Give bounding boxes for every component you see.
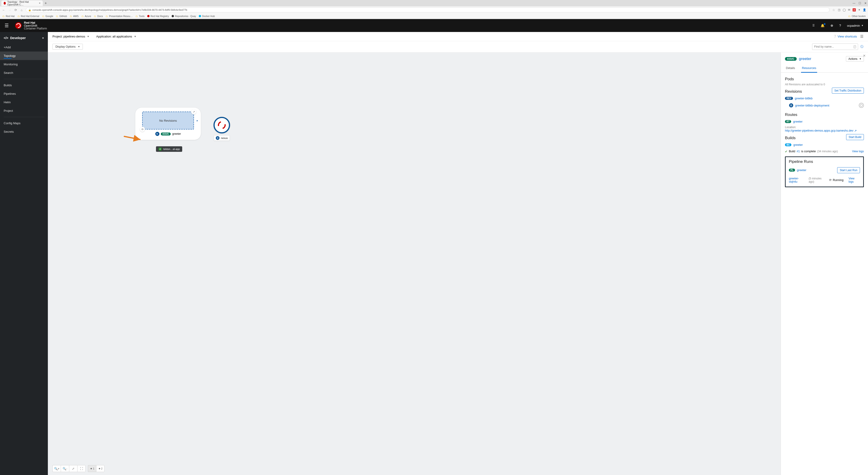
view-logs-link[interactable]: View logs (848, 177, 860, 183)
project-selector[interactable]: Project: pipelines-demos ▼ (53, 35, 89, 38)
nav-builds[interactable]: Builds (0, 81, 48, 90)
back-icon[interactable]: ← (2, 8, 5, 12)
set-traffic-button[interactable]: Set Traffic Distribution (832, 88, 864, 94)
route-url-link[interactable]: http://greeter-pipelines-demos.apps.gcp.… (785, 129, 857, 132)
close-window-icon[interactable]: ✕ (864, 2, 867, 5)
bookmark[interactable]: 🗀GitHub (56, 15, 67, 18)
close-tab-icon[interactable]: × (39, 2, 40, 5)
resource-title-link[interactable]: greeter (799, 57, 811, 61)
reload-icon[interactable]: ⟳ (14, 8, 18, 12)
layout-1-button[interactable]: ✦1 (88, 465, 96, 472)
forward-icon[interactable]: → (8, 8, 11, 12)
list-view-icon[interactable]: ☰ (860, 34, 863, 39)
buildconfig-badge-icon: BC (785, 143, 792, 146)
nav-project[interactable]: Project (0, 106, 48, 115)
tab-details[interactable]: Details (785, 64, 796, 72)
pod-ring-icon[interactable] (214, 117, 230, 133)
deployment-badge-icon: D (789, 103, 793, 107)
zoom-out-button[interactable]: 🔍- (61, 465, 69, 472)
nav-pipelines[interactable]: Pipelines (0, 90, 48, 98)
nav-monitoring[interactable]: Monitoring (0, 60, 48, 68)
perspective-switcher[interactable]: </> Developer ▼ (0, 33, 48, 43)
nav-configmaps[interactable]: Config Maps (0, 119, 48, 127)
connector-handle-icon[interactable]: ▸ (197, 119, 198, 122)
close-panel-icon[interactable]: ✕ (863, 54, 866, 58)
bookmark[interactable]: 🗀AWS (70, 15, 79, 18)
bookmark[interactable]: 🗀Red Hat (2, 15, 15, 18)
pipelinerun-link[interactable]: greeter-slqh4u (789, 177, 807, 183)
bookmark[interactable]: 🗀Red Hat External (18, 15, 39, 18)
ext-github-icon[interactable]: ◯ (843, 8, 846, 11)
redhat-logo-icon (15, 22, 22, 29)
ksvc-node-group[interactable]: No Revisions ↗ ⟳ ▸ K KSVC greeter (135, 108, 201, 140)
zoom-in-button[interactable]: 🔍+ (53, 465, 61, 472)
section-routes-title: Routes (785, 113, 864, 117)
revision-link[interactable]: greeter-bt6kb (795, 97, 812, 100)
hamburger-icon[interactable]: ☰ (5, 23, 9, 28)
ksvc-revisions-box[interactable]: No Revisions ↗ ⟳ ▸ (142, 112, 194, 129)
kind-badge: KSVC (785, 57, 797, 61)
build-number-link[interactable]: #1 (797, 150, 800, 153)
info-icon[interactable]: ⓘ (860, 44, 863, 49)
start-build-button[interactable]: Start Build (846, 134, 864, 140)
layout-2-button[interactable]: ✦2 (96, 465, 104, 472)
bookmark[interactable]: 🗀Azure (82, 15, 91, 18)
nav-helm[interactable]: Helm (0, 98, 48, 106)
nav-topology[interactable]: Topology (0, 52, 48, 60)
bookmark[interactable]: 🗀Tools (135, 15, 145, 18)
ext-icon[interactable]: ✉ (848, 8, 850, 11)
find-by-name-input[interactable]: / (812, 43, 858, 50)
avatar-icon[interactable]: 👤 (863, 8, 866, 11)
user-menu[interactable]: ocpadmin▼ (847, 24, 863, 27)
address-bar[interactable]: 🔒 console-openshift-console.apps.gcp.kam… (26, 7, 830, 12)
brand-line3: Container Platform (24, 27, 47, 30)
bookmark[interactable]: Docker Hub (199, 15, 215, 18)
bookmark[interactable]: 🗀Google (42, 15, 53, 18)
home-icon[interactable]: ⌂ (20, 8, 24, 12)
bookmark[interactable]: Repositories · Quay (172, 15, 196, 18)
other-bookmarks[interactable]: 🗀Other bookm (848, 15, 866, 18)
find-input-field[interactable] (814, 45, 852, 48)
slash-hint: / (854, 45, 856, 48)
sync-icon[interactable]: ⟳ (140, 127, 145, 132)
topology-canvas[interactable]: No Revisions ↗ ⟳ ▸ K KSVC greeter A tekt… (48, 53, 781, 475)
browser-tab[interactable]: Topology · Red Hat OpenShift C… × (1, 0, 43, 6)
view-shortcuts-link[interactable]: ❔ View shortcuts (833, 35, 857, 38)
start-last-run-button[interactable]: Start Last Run (837, 167, 860, 173)
maximize-icon[interactable]: ☐ (859, 2, 861, 5)
application-group-label[interactable]: A tekton…al-app (156, 146, 182, 152)
extensions-icon[interactable]: ✦ (858, 8, 860, 11)
app-launcher-icon[interactable]: ⠿ (812, 24, 815, 27)
minimize-icon[interactable]: — (852, 2, 855, 5)
open-url-icon[interactable]: ↗ (191, 109, 196, 114)
bookmark[interactable]: 🗀Docs (94, 15, 103, 18)
pipeline-link[interactable]: greeter (797, 168, 806, 172)
brand[interactable]: Red Hat OpenShift Container Platform (15, 21, 47, 30)
new-tab-button[interactable]: + (44, 1, 47, 5)
bell-icon[interactable]: 🔔 (820, 24, 825, 27)
nav-search[interactable]: Search (0, 68, 48, 77)
import-icon[interactable]: ⊕ (831, 24, 833, 27)
application-selector[interactable]: Application: all applications ▼ (96, 35, 136, 38)
pod-ring-icon[interactable] (859, 103, 864, 108)
deployment-link[interactable]: greeter-bt6kb-deployment (795, 104, 829, 107)
actions-dropdown[interactable]: Actions ▼ (846, 56, 864, 62)
view-logs-link[interactable]: View logs (852, 150, 864, 153)
reset-view-button[interactable]: ⛶ (77, 465, 86, 472)
tab-resources[interactable]: Resources (801, 64, 817, 73)
ext-red-icon[interactable]: A (852, 8, 856, 11)
bookmark[interactable]: 🗀Presentation Resou… (105, 15, 133, 18)
help-icon[interactable]: ? (839, 24, 841, 27)
bookmark[interactable]: Red Hat Registry (147, 15, 169, 18)
nav-secrets[interactable]: Secrets (0, 127, 48, 136)
buildconfig-link[interactable]: greeter (793, 143, 803, 147)
fit-screen-button[interactable]: ⤢ (69, 465, 77, 472)
section-pods-title: Pods (785, 77, 864, 82)
route-link[interactable]: greeter (793, 120, 802, 123)
nav-add[interactable]: +Add (0, 43, 48, 52)
deployment-node[interactable]: D nexus (214, 117, 230, 141)
ext-icon[interactable]: ◳ (838, 8, 840, 11)
section-pipelineruns-title: Pipeline Runs (789, 159, 813, 164)
display-options-dropdown[interactable]: Display Options ▼ (53, 44, 83, 50)
star-icon[interactable]: ☆ (832, 8, 836, 12)
